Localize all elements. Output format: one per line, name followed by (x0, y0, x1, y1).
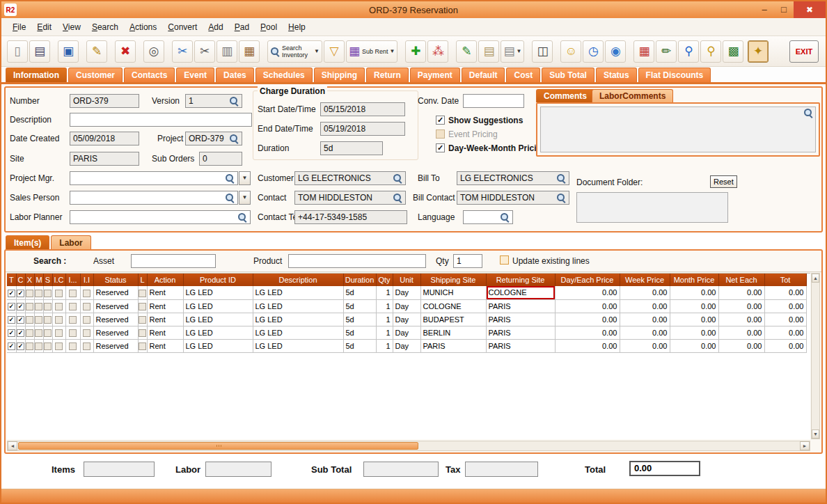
column-header-i-c[interactable]: I.C (52, 274, 65, 286)
cell-l[interactable] (138, 326, 147, 339)
c-checkbox[interactable] (17, 303, 24, 310)
cell-x[interactable] (25, 286, 34, 299)
cell-day-each-price[interactable]: 0.00 (555, 313, 620, 326)
x-checkbox[interactable] (26, 316, 33, 324)
ic-checkbox[interactable] (55, 303, 63, 310)
column-header-product-id[interactable]: Product ID (183, 274, 253, 286)
tab-sub-total[interactable]: Sub Total (542, 68, 594, 82)
cell-ic[interactable] (52, 339, 65, 352)
cell-net-each[interactable]: 0.00 (718, 286, 764, 299)
document-folder-box[interactable] (576, 192, 728, 223)
comments-lookup-icon[interactable] (803, 108, 813, 118)
cell-s[interactable] (43, 313, 52, 326)
tab-return[interactable]: Return (366, 68, 409, 82)
m-checkbox[interactable] (35, 303, 42, 310)
tab-customer[interactable]: Customer (68, 68, 123, 82)
x-checkbox[interactable] (26, 290, 33, 297)
version-lookup-icon[interactable] (229, 96, 239, 106)
t-checkbox[interactable] (8, 290, 15, 297)
l-checkbox[interactable] (139, 329, 146, 337)
cell-action[interactable]: Rent (147, 286, 183, 299)
cell-week-price[interactable]: 0.00 (620, 326, 670, 339)
cell-day-each-price[interactable]: 0.00 (555, 286, 620, 299)
cell-idot[interactable] (65, 286, 80, 299)
tab-labor[interactable]: Labor (51, 235, 90, 249)
cell-ic[interactable] (52, 326, 65, 339)
cell-s[interactable] (43, 339, 52, 352)
idot-checkbox[interactable] (69, 342, 77, 350)
cell-c[interactable] (16, 326, 25, 339)
table-row[interactable]: ReservedRentLG LEDLG LED5d1DayBERLINPARI… (7, 326, 806, 339)
maximize-button[interactable]: □ (774, 2, 794, 17)
cell-idot[interactable] (65, 339, 80, 352)
x-checkbox[interactable] (26, 342, 33, 350)
cell-m[interactable] (34, 313, 43, 326)
cell-month-price[interactable]: 0.00 (670, 339, 718, 352)
cell-product-id[interactable]: LG LED (183, 339, 253, 352)
key-gold-button[interactable]: ⚲ (700, 40, 721, 63)
menu-file[interactable]: File (7, 20, 31, 34)
cell-s[interactable] (43, 286, 52, 299)
menu-actions[interactable]: Actions (124, 20, 162, 34)
history-button[interactable]: ◷ (583, 40, 604, 63)
m-checkbox[interactable] (35, 329, 42, 337)
cell-description[interactable]: LG LED (253, 299, 343, 313)
update-lines-checkbox[interactable] (500, 255, 509, 265)
version-field[interactable]: 1 (185, 94, 242, 108)
qty-input[interactable]: 1 (453, 254, 482, 268)
column-header-status[interactable]: Status (93, 274, 138, 286)
paste-button[interactable]: ▦ (239, 40, 260, 63)
cell-unit[interactable]: Day (393, 299, 420, 313)
l-checkbox[interactable] (139, 303, 146, 310)
cell-x[interactable] (25, 339, 34, 352)
memo-stack-button[interactable]: ▤▼ (501, 40, 524, 63)
cell-ii[interactable] (80, 299, 93, 313)
cell-description[interactable]: LG LED (253, 339, 343, 352)
cell-t[interactable] (7, 299, 16, 313)
menu-pool[interactable]: Pool (255, 20, 283, 34)
bill-contact-lookup-icon[interactable] (556, 193, 566, 203)
l-checkbox[interactable] (139, 342, 146, 350)
cell-t[interactable] (7, 313, 16, 326)
idot-checkbox[interactable] (69, 290, 77, 297)
cell-duration[interactable]: 5d (343, 299, 376, 313)
idot-checkbox[interactable] (69, 303, 77, 310)
t-checkbox[interactable] (8, 329, 15, 337)
column-header-qty[interactable]: Qty (376, 274, 393, 286)
contact-tel-field[interactable]: +44-17-5349-1585 (294, 210, 407, 224)
show-suggestions-checkbox[interactable] (436, 116, 445, 125)
cell-m[interactable] (34, 326, 43, 339)
t-checkbox[interactable] (8, 303, 15, 310)
cell-status[interactable]: Reserved (93, 313, 138, 326)
idot-checkbox[interactable] (69, 329, 77, 337)
description-field[interactable] (70, 113, 252, 127)
duration-field[interactable]: 5d (320, 141, 383, 155)
c-checkbox[interactable] (17, 329, 24, 337)
s-checkbox[interactable] (44, 329, 52, 337)
cell-tot[interactable]: 0.00 (764, 326, 806, 339)
sub-orders-field[interactable]: 0 (199, 152, 242, 166)
media-button[interactable]: ◉ (605, 40, 626, 63)
t-checkbox[interactable] (8, 342, 15, 350)
tab-default[interactable]: Default (462, 68, 505, 82)
cell-action[interactable]: Rent (147, 339, 183, 352)
ii-checkbox[interactable] (83, 329, 90, 337)
tab-cost[interactable]: Cost (506, 68, 540, 82)
column-header-c[interactable]: C (16, 274, 25, 286)
c-checkbox[interactable] (17, 316, 24, 324)
m-checkbox[interactable] (35, 342, 42, 350)
tab-item-s[interactable]: Item(s) (6, 235, 49, 249)
cell-unit[interactable]: Day (393, 326, 420, 339)
column-header-s[interactable]: S (43, 274, 52, 286)
column-header-description[interactable]: Description (253, 274, 343, 286)
cell-x[interactable] (25, 299, 34, 313)
cell-s[interactable] (43, 326, 52, 339)
cell-shipping-site[interactable]: MUNICH (420, 286, 486, 299)
cell-shipping-site[interactable]: COLOGNE (420, 299, 486, 313)
tab-schedules[interactable]: Schedules (255, 68, 313, 82)
menu-search[interactable]: Search (86, 20, 124, 34)
tab-shipping[interactable]: Shipping (314, 68, 365, 82)
cell-status[interactable]: Reserved (93, 326, 138, 339)
find-button[interactable]: ◎ (143, 40, 164, 63)
cell-shipping-site[interactable]: PARIS (420, 339, 486, 352)
